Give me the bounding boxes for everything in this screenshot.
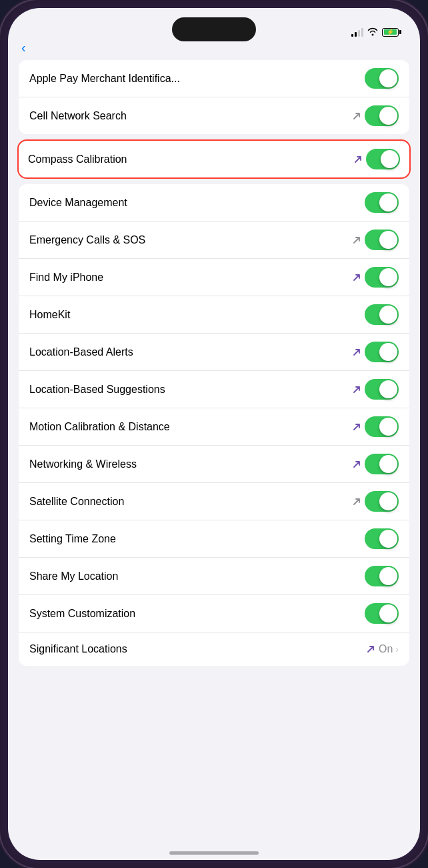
row-right-significant-locations: On ›	[367, 643, 399, 655]
location-arrow-icon	[353, 498, 361, 506]
row-label-networking: Networking & Wireless	[29, 458, 353, 470]
location-arrow-icon	[353, 423, 361, 431]
location-arrow-icon	[353, 348, 361, 356]
row-right-compass-calibration	[354, 149, 400, 169]
signal-strength-icon	[351, 27, 363, 37]
location-arrow-icon	[367, 645, 375, 653]
row-right-system-customization	[365, 603, 399, 624]
toggle-switch[interactable]	[365, 528, 399, 549]
toggle-switch[interactable]	[365, 342, 399, 362]
settings-group-bottom: Device Management Emergency Calls & SOS …	[19, 184, 409, 666]
row-label-find-my-iphone: Find My iPhone	[29, 272, 353, 284]
toggle-switch[interactable]	[365, 603, 399, 624]
toggle-knob	[379, 418, 397, 436]
chevron-right-icon: ›	[395, 644, 399, 655]
row-label-share-location: Share My Location	[29, 570, 365, 582]
toggle-switch[interactable]	[365, 105, 399, 126]
row-left-satellite: Satellite Connection	[29, 496, 353, 508]
toggle-knob	[379, 604, 397, 622]
row-right-motion-calibration	[353, 416, 399, 437]
toggle-switch[interactable]	[365, 267, 399, 288]
toggle-switch[interactable]	[365, 68, 399, 89]
settings-row-find-my-iphone: Find My iPhone	[19, 259, 409, 296]
row-left-location-suggestions: Location-Based Suggestions	[29, 384, 353, 396]
location-arrow-icon	[353, 386, 361, 394]
toggle-knob	[379, 193, 397, 211]
settings-row-satellite: Satellite Connection	[19, 483, 409, 520]
row-right-satellite	[353, 491, 399, 512]
row-left-location-alerts: Location-Based Alerts	[29, 346, 353, 358]
row-left-emergency-calls: Emergency Calls & SOS	[29, 234, 353, 246]
toggle-knob	[379, 567, 397, 585]
status-icons: ⚡	[351, 27, 401, 38]
settings-row-apple-pay: Apple Pay Merchant Identifica...	[19, 60, 409, 97]
row-label-location-suggestions: Location-Based Suggestions	[29, 384, 353, 396]
signal-bar-2	[355, 32, 357, 37]
phone-frame: ⚡ ‹ Apple Pay Merchant Identifica...	[0, 0, 428, 868]
row-left-homekit: HomeKit	[29, 309, 365, 321]
phone-screen: ⚡ ‹ Apple Pay Merchant Identifica...	[8, 8, 420, 860]
toggle-knob	[379, 380, 397, 398]
toggle-switch[interactable]	[365, 230, 399, 250]
toggle-switch[interactable]	[365, 491, 399, 512]
row-left-motion-calibration: Motion Calibration & Distance	[29, 421, 353, 433]
row-right-emergency-calls	[353, 230, 399, 250]
toggle-knob	[379, 306, 397, 324]
row-label-apple-pay: Apple Pay Merchant Identifica...	[29, 73, 365, 85]
battery-icon: ⚡	[382, 28, 401, 37]
row-left-cell-network: Cell Network Search	[29, 110, 353, 122]
row-right-apple-pay	[365, 68, 399, 89]
row-label-motion-calibration: Motion Calibration & Distance	[29, 421, 353, 433]
row-label-emergency-calls: Emergency Calls & SOS	[29, 234, 353, 246]
settings-row-emergency-calls: Emergency Calls & SOS	[19, 222, 409, 259]
location-arrow-icon	[353, 274, 361, 282]
home-indicator	[169, 851, 259, 855]
settings-row-device-management: Device Management	[19, 184, 409, 222]
row-right-location-alerts	[353, 342, 399, 362]
settings-row-location-suggestions: Location-Based Suggestions	[19, 371, 409, 408]
location-arrow-icon	[354, 155, 362, 163]
toggle-switch[interactable]	[365, 416, 399, 437]
row-label-setting-timezone: Setting Time Zone	[29, 533, 365, 545]
toggle-knob	[379, 530, 397, 548]
toggle-switch[interactable]	[365, 454, 399, 474]
toggle-knob	[379, 343, 397, 361]
row-right-networking	[353, 454, 399, 474]
settings-row-location-alerts: Location-Based Alerts	[19, 334, 409, 371]
settings-row-significant-locations: Significant Locations On ›	[19, 632, 409, 666]
signal-bar-3	[358, 30, 360, 37]
row-left-find-my-iphone: Find My iPhone	[29, 272, 353, 284]
signal-bar-1	[351, 34, 353, 37]
location-arrow-icon	[353, 460, 361, 468]
location-arrow-icon	[353, 236, 361, 244]
toggle-knob	[379, 455, 397, 473]
signal-bar-4	[361, 28, 363, 37]
settings-row-motion-calibration: Motion Calibration & Distance	[19, 408, 409, 446]
settings-row-homekit: HomeKit	[19, 296, 409, 334]
row-label-cell-network: Cell Network Search	[29, 110, 353, 122]
row-right-homekit	[365, 304, 399, 325]
settings-row-compass-calibration: Compass Calibration	[19, 141, 409, 177]
toggle-knob	[379, 69, 397, 87]
settings-row-setting-timezone: Setting Time Zone	[19, 520, 409, 558]
row-label-compass-calibration: Compass Calibration	[28, 153, 354, 165]
toggle-switch[interactable]	[366, 149, 400, 169]
row-left-device-management: Device Management	[29, 197, 365, 209]
row-left-significant-locations: Significant Locations	[29, 643, 367, 655]
settings-group-top: Apple Pay Merchant Identifica... Cell Ne…	[19, 60, 409, 134]
toggle-knob	[381, 150, 399, 168]
row-right-location-suggestions	[353, 379, 399, 400]
toggle-switch[interactable]	[365, 379, 399, 400]
row-label-significant-locations: Significant Locations	[29, 643, 367, 655]
on-chevron-container: On ›	[379, 643, 399, 655]
row-left-networking: Networking & Wireless	[29, 458, 353, 470]
toggle-switch[interactable]	[365, 566, 399, 586]
toggle-switch[interactable]	[365, 192, 399, 213]
wifi-icon	[367, 27, 378, 38]
row-label-homekit: HomeKit	[29, 309, 365, 321]
toggle-knob	[379, 231, 397, 249]
toggle-switch[interactable]	[365, 304, 399, 325]
row-left-compass-calibration: Compass Calibration	[28, 153, 354, 165]
settings-list: Apple Pay Merchant Identifica... Cell Ne…	[8, 60, 420, 666]
on-text: On	[379, 643, 393, 655]
